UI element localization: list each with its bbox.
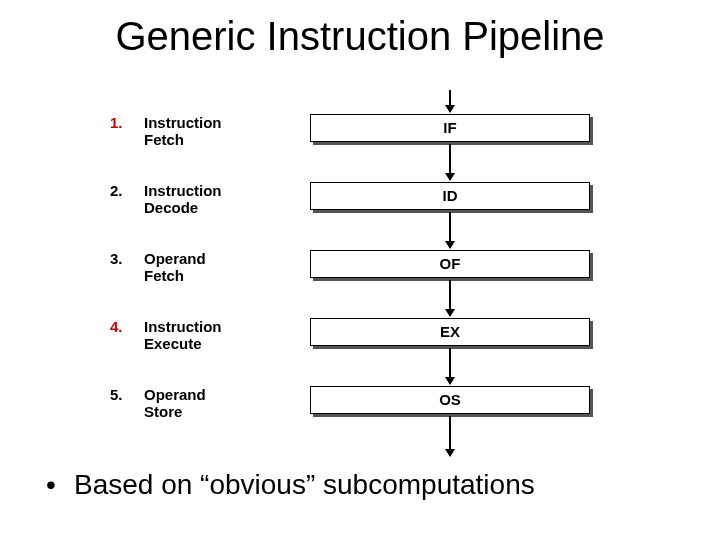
stage-number: 3. — [110, 250, 140, 267]
stage-number: 5. — [110, 386, 140, 403]
arrow-3-4 — [449, 280, 451, 316]
stage-label: Instruction Fetch — [144, 114, 264, 149]
stage-abbr: ID — [310, 182, 590, 210]
stage-label: Instruction Decode — [144, 182, 264, 217]
stage-label-line2: Store — [144, 403, 182, 420]
stage-label-line2: Fetch — [144, 267, 184, 284]
stage-label-line2: Decode — [144, 199, 198, 216]
slide: Generic Instruction Pipeline 1. Instruct… — [0, 0, 720, 540]
stage-number: 1. — [110, 114, 140, 131]
bullet-dot-icon: • — [46, 470, 74, 501]
stage-abbr: IF — [310, 114, 590, 142]
stage-box-of: OF — [310, 250, 590, 278]
stage-label-line1: Operand — [144, 250, 206, 267]
stage-label-line1: Operand — [144, 386, 206, 403]
stage-label: Operand Store — [144, 386, 264, 421]
stage-abbr: OF — [310, 250, 590, 278]
slide-title: Generic Instruction Pipeline — [0, 14, 720, 59]
bullet-item: • Based on “obvious” subcomputations — [46, 470, 676, 501]
stage-box-id: ID — [310, 182, 590, 210]
bullet-list: • Based on “obvious” subcomputations — [46, 470, 676, 501]
stage-abbr: OS — [310, 386, 590, 414]
stage-number: 4. — [110, 318, 140, 335]
arrow-4-5 — [449, 348, 451, 384]
stage-label: Instruction Execute — [144, 318, 264, 353]
arrow-out — [449, 416, 451, 456]
arrow-2-3 — [449, 212, 451, 248]
pipeline-diagram: 1. Instruction Fetch IF 2. Instruction D… — [110, 90, 630, 460]
bullet-text: Based on “obvious” subcomputations — [74, 470, 535, 501]
arrow-in — [449, 90, 451, 112]
arrow-1-2 — [449, 144, 451, 180]
stage-box-os: OS — [310, 386, 590, 414]
stage-label-line2: Fetch — [144, 131, 184, 148]
stage-label-line1: Instruction — [144, 318, 222, 335]
stage-abbr: EX — [310, 318, 590, 346]
stage-label-line1: Instruction — [144, 114, 222, 131]
stage-box-if: IF — [310, 114, 590, 142]
stage-label-line1: Instruction — [144, 182, 222, 199]
stage-label: Operand Fetch — [144, 250, 264, 285]
stage-box-ex: EX — [310, 318, 590, 346]
stage-number: 2. — [110, 182, 140, 199]
stage-label-line2: Execute — [144, 335, 202, 352]
